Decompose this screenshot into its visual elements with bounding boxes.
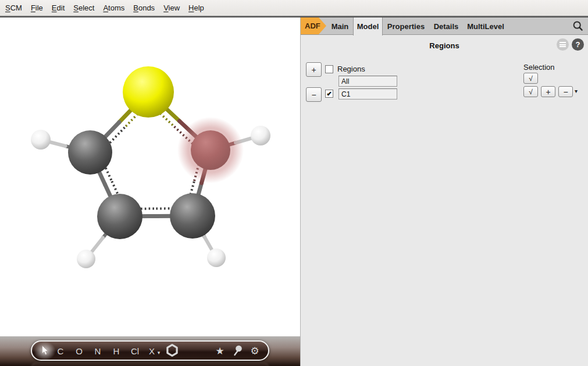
tab-adf[interactable]: ADF xyxy=(301,17,326,34)
selection-remove-button[interactable]: − xyxy=(558,86,573,97)
menu-select[interactable]: Select xyxy=(73,2,95,13)
cursor-arrow-icon xyxy=(41,345,49,356)
atom-tool-pill: C O N H Cl X ▾ ★ ⚙ xyxy=(31,340,269,361)
selection-add-button[interactable]: + xyxy=(541,86,555,97)
atom-C3[interactable] xyxy=(97,194,142,239)
pointer-tool-icon[interactable] xyxy=(41,345,49,357)
pill-reflection xyxy=(31,362,269,366)
menu-bonds[interactable]: Bonds xyxy=(133,2,155,13)
region-c1-field[interactable] xyxy=(338,88,397,100)
add-region-button[interactable]: + xyxy=(306,62,322,77)
magnifier-glyph xyxy=(572,20,584,32)
tab-bar: ADF Main Model Properties Details MultiL… xyxy=(301,17,588,35)
atom-H1[interactable] xyxy=(31,130,51,150)
ring-tool-icon[interactable] xyxy=(166,344,179,358)
element-x-button[interactable]: X xyxy=(149,346,155,355)
star-tool-icon[interactable]: ★ xyxy=(215,346,224,356)
molecule-viewport[interactable] xyxy=(0,17,300,336)
atom-H2[interactable] xyxy=(251,126,270,145)
menu-file[interactable]: File xyxy=(30,2,44,13)
tab-details[interactable]: Details xyxy=(431,17,461,35)
remove-region-button[interactable]: − xyxy=(306,87,322,102)
element-cl-button[interactable]: Cl xyxy=(131,346,139,355)
hexagon-icon xyxy=(166,344,179,357)
tab-model[interactable]: Model xyxy=(353,17,383,35)
menu-view[interactable]: View xyxy=(163,2,180,13)
molecule-canvas[interactable] xyxy=(0,17,300,336)
right-panel: ADF Main Model Properties Details MultiL… xyxy=(301,17,588,366)
tab-multilevel[interactable]: MultiLevel xyxy=(464,17,508,35)
atom-C4[interactable] xyxy=(170,193,215,239)
gear-tool-icon[interactable]: ⚙ xyxy=(250,346,259,356)
element-c-button[interactable]: C xyxy=(58,346,64,355)
selection-dropdown-arrow[interactable]: ▾ xyxy=(575,88,578,94)
atom-H4[interactable] xyxy=(207,248,226,267)
search-icon[interactable] xyxy=(572,20,584,32)
element-o-button[interactable]: O xyxy=(76,346,83,355)
adf-input-window: SCM File Edit Select Atoms Bonds View He… xyxy=(0,0,588,366)
balloon-icon xyxy=(232,344,243,356)
atom-S1[interactable] xyxy=(123,66,174,118)
selection-check-button[interactable]: √ xyxy=(523,86,538,97)
region-c1-checkbox[interactable] xyxy=(325,90,333,98)
tab-main[interactable]: Main xyxy=(327,17,352,35)
hamburger-icon xyxy=(560,42,566,47)
menu-atoms[interactable]: Atoms xyxy=(102,2,125,13)
element-x-dropdown-arrow[interactable]: ▾ xyxy=(158,350,161,356)
menu-bar: SCM File Edit Select Atoms Bonds View He… xyxy=(0,0,588,16)
selection-check-button-top[interactable]: √ xyxy=(523,73,538,84)
element-h-button[interactable]: H xyxy=(113,346,120,355)
menu-scm[interactable]: SCM xyxy=(5,2,23,13)
panel-title: Regions xyxy=(301,41,588,50)
help-button[interactable]: ? xyxy=(572,38,584,51)
regions-label: Regions xyxy=(337,65,365,73)
panel-menu-button[interactable] xyxy=(557,38,569,51)
selection-halo xyxy=(177,117,244,183)
bottom-toolbar-strip: C O N H Cl X ▾ ★ ⚙ xyxy=(0,336,300,366)
atom-C2[interactable] xyxy=(68,130,112,175)
region-all-field[interactable] xyxy=(338,76,397,87)
menu-edit[interactable]: Edit xyxy=(51,2,65,13)
element-n-button[interactable]: N xyxy=(95,346,101,355)
tab-properties[interactable]: Properties xyxy=(383,17,429,35)
regions-checkbox[interactable] xyxy=(325,65,333,73)
atom-H3[interactable] xyxy=(77,250,95,268)
menu-help[interactable]: Help xyxy=(188,2,205,13)
balloon-tool-icon[interactable] xyxy=(232,344,243,357)
selection-label: Selection xyxy=(523,63,554,72)
